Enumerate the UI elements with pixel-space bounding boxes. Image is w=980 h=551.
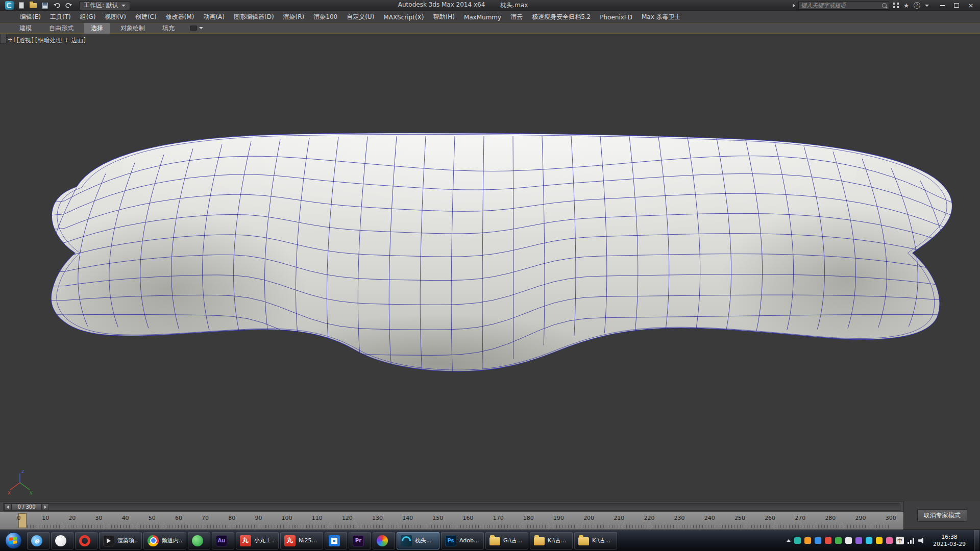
tray-app-red[interactable]	[825, 537, 831, 544]
ribbon-tab[interactable]: 自由形式	[42, 23, 81, 34]
taskbar-item[interactable]: 渲染项...	[99, 532, 142, 549]
brush-icon	[190, 26, 197, 31]
track-bar-ruler[interactable]: 0102030405060708090100110120130140150160…	[0, 512, 980, 530]
next-frame-button[interactable]	[42, 504, 49, 510]
hidden-icons-chevron[interactable]	[787, 539, 791, 542]
tray-app-pink[interactable]	[886, 537, 893, 544]
menu-item[interactable]: MAXScript(X)	[379, 12, 428, 22]
open-file-icon[interactable]	[29, 2, 37, 9]
menu-item[interactable]: 帮助(H)	[429, 11, 459, 23]
tray-app-orange[interactable]	[804, 537, 811, 544]
new-scene-icon[interactable]	[17, 2, 26, 9]
search-icon[interactable]	[882, 3, 887, 8]
taskbar-item[interactable]: Au	[212, 532, 234, 549]
viewport-layout-tab[interactable]	[0, 34, 7, 44]
ribbon-tab[interactable]: 对象绘制	[113, 23, 152, 34]
taskbar-clock[interactable]: 16:38 2021-03-29	[928, 534, 970, 548]
apps-icon[interactable]	[893, 3, 899, 8]
viewport-menu-view[interactable]: [透视]	[16, 36, 33, 45]
help-icon[interactable]: ?	[914, 2, 920, 9]
viewport-menu-shading[interactable]: [明暗处理 + 边面]	[35, 36, 86, 45]
redo-icon[interactable]	[64, 2, 72, 9]
perspective-viewport[interactable]: [+] [透视] [明暗处理 + 边面]	[0, 34, 980, 501]
taskbar-item-label: 频道内...	[162, 537, 182, 544]
ruler-tick-label: 80	[228, 515, 235, 521]
ribbon-tab[interactable]: 填充	[155, 23, 182, 34]
taskbar-item[interactable]	[325, 532, 347, 549]
menu-item[interactable]: 极速瘦身安全归档5.2	[527, 11, 595, 23]
workspace-selector[interactable]: 工作区: 默认	[79, 1, 130, 10]
taskbar-item[interactable]: PsAdob...	[441, 532, 484, 549]
taskbar-item[interactable]	[51, 532, 74, 549]
taskbar-item[interactable]: K:\古...	[574, 532, 617, 549]
menu-item[interactable]: 编辑(E)	[15, 11, 45, 23]
cancel-expert-mode-button[interactable]: 取消专家模式	[917, 509, 967, 522]
infocenter-toggle-icon[interactable]	[793, 4, 795, 8]
time-slider-value[interactable]: 0 / 300	[11, 504, 42, 510]
save-file-icon[interactable]	[41, 2, 49, 9]
volume-icon[interactable]	[918, 538, 925, 544]
taskbar-item[interactable]: K:\古...	[530, 532, 573, 549]
menu-item[interactable]: PhoenixFD	[595, 12, 637, 22]
menu-item[interactable]: 渲染(R)	[279, 11, 309, 23]
tray-app-cyan[interactable]	[866, 537, 872, 544]
menu-item[interactable]: 动画(A)	[199, 11, 229, 23]
start-button[interactable]	[1, 530, 26, 551]
ruler-tick-label: 180	[523, 515, 534, 521]
tray-app-teal[interactable]	[794, 537, 801, 544]
tray-ime[interactable]: 中	[896, 537, 904, 544]
ruler-tick-label: 60	[175, 515, 182, 521]
media-icon	[103, 535, 114, 546]
previous-frame-button[interactable]	[4, 504, 11, 510]
taskbar-item[interactable]	[75, 532, 97, 549]
menu-item[interactable]: 渲染100	[309, 11, 342, 23]
search-input[interactable]	[801, 2, 880, 9]
ruler-tick-label: 240	[704, 515, 715, 521]
close-button[interactable]: ×	[964, 1, 978, 10]
network-icon[interactable]	[908, 538, 915, 544]
ribbon-tab[interactable]: 建模	[12, 23, 39, 34]
taskbar-item[interactable]: G:\古...	[485, 532, 528, 549]
taskbar-item[interactable]: 丸№25...	[280, 532, 323, 549]
pillow-model[interactable]	[0, 34, 980, 501]
taskbar-item[interactable]: 频道内...	[143, 532, 186, 549]
taskbar-item[interactable]: Pr	[349, 532, 371, 549]
time-slider-track[interactable]: 0 / 300	[3, 503, 900, 511]
menu-item[interactable]: 自定义(U)	[342, 11, 379, 23]
taskbar-item[interactable]: 丸小丸工...	[236, 532, 279, 549]
menu-item[interactable]: MaxMummy	[459, 12, 506, 22]
menu-item[interactable]: 渲云	[506, 11, 527, 23]
taskbar-item[interactable]: 枕头...	[397, 532, 439, 549]
3dsmax-logo-icon[interactable]	[5, 1, 14, 10]
undo-icon[interactable]	[53, 2, 61, 9]
taskbar-item[interactable]: e	[27, 532, 50, 549]
taskbar-item-label: Adob...	[459, 537, 479, 544]
tray-app-white[interactable]	[845, 537, 852, 544]
menu-item[interactable]: Max 杀毒卫士	[637, 11, 685, 23]
menu-item[interactable]: 图形编辑器(D)	[229, 11, 279, 23]
menu-item[interactable]: 组(G)	[76, 11, 101, 23]
time-slider-handle[interactable]: 0 / 300	[4, 504, 49, 510]
minimize-button[interactable]	[935, 1, 949, 10]
tray-app-yellow[interactable]	[876, 537, 883, 544]
taskbar-item-label: 枕头...	[415, 537, 432, 544]
favorites-star-icon[interactable]: ★	[903, 3, 909, 9]
tray-app-purple[interactable]	[855, 537, 862, 544]
taskbar-item-label: K:\古...	[548, 537, 566, 544]
wan-icon: 丸	[240, 535, 251, 546]
ribbon-tab[interactable]: 选择	[84, 23, 110, 34]
help-menu-chevron-icon[interactable]	[925, 5, 929, 7]
menu-item[interactable]: 视图(V)	[100, 11, 131, 23]
show-desktop-button[interactable]	[974, 530, 979, 551]
ruler-tick-label: 280	[825, 515, 836, 521]
menu-item[interactable]: 创建(C)	[131, 11, 161, 23]
taskbar-item[interactable]	[373, 532, 395, 549]
menu-item[interactable]: 修改器(M)	[161, 11, 199, 23]
taskbar-item[interactable]	[188, 532, 210, 549]
tray-app-blue[interactable]	[815, 537, 821, 544]
maximize-button[interactable]	[949, 1, 964, 10]
ruler-tick-label: 160	[463, 515, 474, 521]
ribbon-config-button[interactable]	[190, 26, 203, 31]
menu-item[interactable]: 工具(T)	[45, 11, 76, 23]
tray-app-green[interactable]	[835, 537, 842, 544]
